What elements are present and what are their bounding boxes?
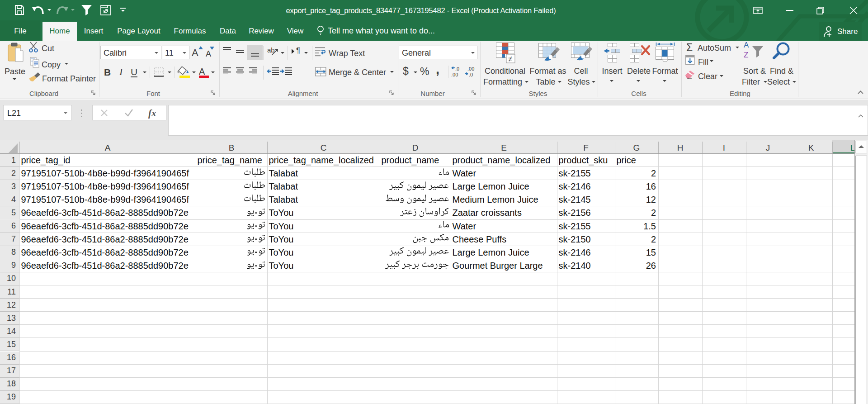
svg-text:≠: ≠	[508, 55, 512, 63]
